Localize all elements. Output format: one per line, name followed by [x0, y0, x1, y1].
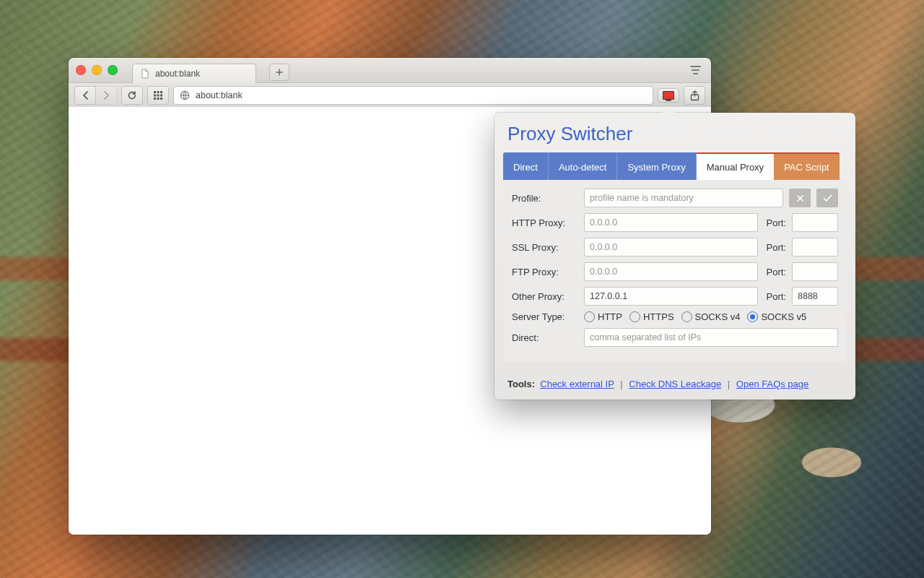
browser-toolbar: about:blank [69, 83, 711, 108]
link-open-faqs[interactable]: Open FAQs page [736, 379, 808, 389]
svg-rect-6 [154, 98, 156, 100]
svg-rect-7 [157, 98, 160, 100]
forward-button[interactable] [96, 86, 117, 105]
svg-rect-5 [160, 95, 162, 97]
svg-rect-1 [157, 91, 160, 93]
profile-label: Profile: [512, 193, 578, 204]
ssl-port-label: Port: [767, 242, 786, 253]
apps-button[interactable] [147, 86, 169, 105]
server-type-socks5[interactable]: SOCKS v5 [747, 311, 806, 322]
tab-system-proxy[interactable]: System Proxy [617, 152, 696, 180]
server-type-https[interactable]: HTTPS [629, 311, 674, 322]
tab-direct[interactable]: Direct [503, 152, 549, 180]
ssl-proxy-host-input[interactable] [584, 238, 758, 256]
nav-group [74, 86, 117, 105]
popup-title: Proxy Switcher [507, 123, 842, 145]
profile-delete-button[interactable] [789, 189, 811, 207]
back-button[interactable] [74, 86, 96, 105]
tools-label: Tools: [507, 379, 535, 389]
other-proxy-label: Other Proxy: [512, 291, 578, 302]
svg-rect-0 [154, 91, 156, 93]
direct-label: Direct: [512, 332, 578, 343]
svg-rect-4 [157, 95, 160, 97]
tab-title: about:blank [155, 69, 200, 79]
http-proxy-label: HTTP Proxy: [512, 217, 578, 228]
http-proxy-host-input[interactable] [584, 213, 758, 232]
tools-row: Tools: Check external IP | Check DNS Lea… [507, 379, 842, 389]
other-proxy-host-input[interactable] [584, 287, 758, 306]
proxy-extension-icon [663, 91, 674, 100]
zoom-window-button[interactable] [108, 65, 118, 75]
ssl-proxy-port-input[interactable] [792, 238, 838, 256]
server-type-socks4[interactable]: SOCKS v4 [681, 311, 741, 322]
direct-ips-input[interactable] [584, 328, 838, 347]
share-button[interactable] [684, 86, 705, 105]
ftp-proxy-label: FTP Proxy: [512, 267, 578, 277]
svg-rect-3 [154, 95, 156, 97]
other-port-label: Port: [767, 291, 786, 302]
other-proxy-port-input[interactable] [792, 287, 838, 306]
close-window-button[interactable] [76, 65, 86, 75]
profile-save-button[interactable] [816, 189, 838, 207]
link-check-dns-leakage[interactable]: Check DNS Leackage [629, 379, 721, 389]
address-text: about:blank [196, 90, 243, 100]
browser-tab[interactable]: about:blank [132, 64, 256, 83]
http-proxy-port-input[interactable] [792, 213, 838, 232]
svg-rect-2 [160, 91, 162, 93]
link-check-external-ip[interactable]: Check external IP [540, 379, 614, 389]
proxy-switcher-popup: Proxy Switcher Direct Auto-detect System… [494, 113, 855, 400]
window-titlebar: about:blank [69, 58, 711, 83]
http-port-label: Port: [767, 217, 786, 228]
globe-icon [180, 90, 190, 100]
new-tab-button[interactable] [269, 64, 289, 81]
browser-menu-button[interactable] [687, 63, 704, 77]
proxy-tabs: Direct Auto-detect System Proxy Manual P… [503, 152, 847, 180]
reload-button[interactable] [121, 86, 143, 105]
tab-auto-detect[interactable]: Auto-detect [549, 152, 618, 180]
proxy-switcher-extension-button[interactable] [658, 88, 679, 103]
window-controls [76, 65, 118, 75]
server-type-radios: HTTP HTTPS SOCKS v4 SOCKS v5 [584, 311, 806, 322]
server-type-http[interactable]: HTTP [584, 311, 622, 322]
address-bar[interactable]: about:blank [173, 86, 653, 105]
tab-manual-proxy[interactable]: Manual Proxy [697, 152, 774, 180]
ftp-proxy-port-input[interactable] [792, 262, 838, 281]
ssl-proxy-label: SSL Proxy: [512, 242, 578, 253]
ftp-port-label: Port: [767, 267, 786, 277]
page-icon [140, 69, 150, 79]
manual-proxy-form: Profile: HTTP Proxy: Port: SSL Proxy: Po… [503, 180, 847, 363]
ftp-proxy-host-input[interactable] [584, 262, 758, 281]
minimize-window-button[interactable] [92, 65, 102, 75]
profile-input[interactable] [584, 189, 783, 207]
tab-pac-script[interactable]: PAC Script [774, 152, 840, 180]
server-type-label: Server Type: [512, 311, 578, 322]
svg-rect-8 [160, 98, 162, 100]
